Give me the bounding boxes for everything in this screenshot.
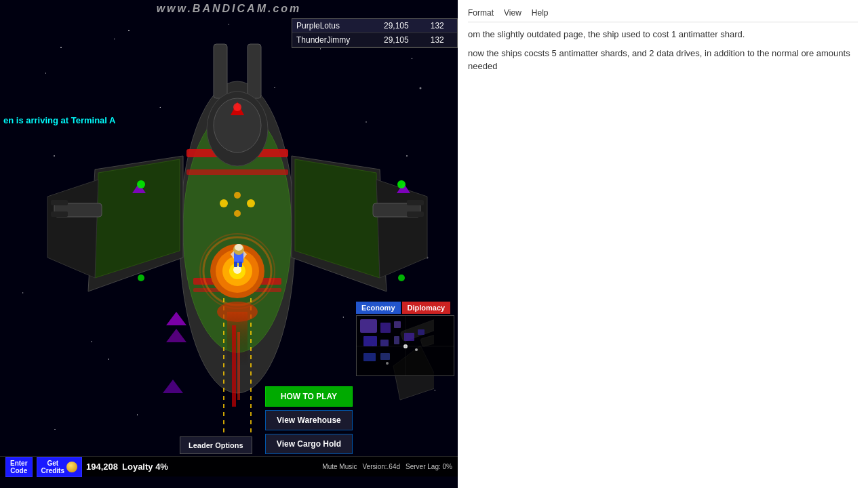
svg-marker-65 xyxy=(166,329,186,342)
svg-rect-78 xyxy=(418,329,425,335)
player-name: ThunderJimmy xyxy=(292,33,380,47)
svg-rect-24 xyxy=(51,211,68,217)
player-score: 29,105 xyxy=(380,19,427,33)
get-credits-button[interactable]: GetCredits xyxy=(37,457,82,477)
svg-rect-55 xyxy=(232,325,236,407)
bandicam-watermark: www.BANDICAM.com xyxy=(0,3,458,15)
svg-marker-67 xyxy=(163,380,183,393)
tab-content xyxy=(356,315,454,376)
format-menu[interactable]: Format xyxy=(468,7,494,19)
terminal-message: en is arriving at Terminal A xyxy=(3,115,115,125)
svg-marker-20 xyxy=(47,180,98,278)
svg-point-83 xyxy=(386,362,389,365)
svg-rect-63 xyxy=(239,262,242,267)
enter-code-button[interactable]: EnterCode xyxy=(5,457,33,477)
loyalty-display: Loyalty 4% xyxy=(122,462,168,472)
player-level: 132 xyxy=(427,33,457,47)
svg-point-30 xyxy=(137,180,145,188)
svg-rect-76 xyxy=(394,336,399,344)
how-to-play-button[interactable]: HOW TO PLAY xyxy=(265,386,353,407)
mute-music-button[interactable]: Mute Music xyxy=(322,463,357,470)
svg-rect-56 xyxy=(237,332,240,400)
svg-point-8 xyxy=(108,359,109,360)
ingame-buttons: HOW TO PLAY View Warehouse View Cargo Ho… xyxy=(265,386,353,454)
svg-rect-34 xyxy=(214,44,227,98)
player-level: 132 xyxy=(427,19,457,33)
svg-point-31 xyxy=(397,180,406,188)
game-panel: www.BANDICAM.com en is arriving at Termi… xyxy=(0,0,458,488)
spaceship-display xyxy=(41,20,434,454)
wiki-panel: Format View Help om the slightly outdate… xyxy=(458,0,868,488)
svg-point-3 xyxy=(420,87,422,89)
svg-rect-35 xyxy=(248,44,261,98)
wiki-content: Format View Help om the slightly outdate… xyxy=(458,0,868,488)
svg-point-43 xyxy=(234,210,241,217)
coin-icon xyxy=(66,462,77,472)
view-warehouse-button[interactable]: View Warehouse xyxy=(265,410,353,430)
menu-bar: Format View Help xyxy=(468,7,858,22)
svg-rect-73 xyxy=(394,321,401,328)
economy-tab[interactable]: Economy xyxy=(356,302,401,314)
svg-point-33 xyxy=(398,274,405,281)
svg-rect-75 xyxy=(380,340,389,346)
tabs-panel: Economy Diplomacy xyxy=(356,302,454,376)
svg-point-4 xyxy=(54,155,55,157)
svg-point-39 xyxy=(233,103,241,111)
svg-marker-64 xyxy=(166,312,186,325)
svg-rect-72 xyxy=(380,323,391,333)
leader-options-button[interactable]: Leader Options xyxy=(180,436,252,454)
view-menu[interactable]: View xyxy=(504,7,521,19)
svg-point-32 xyxy=(138,274,144,281)
bottom-bar: EnterCode GetCredits 194,208 Loyalty 4% … xyxy=(0,456,458,476)
svg-point-41 xyxy=(247,199,255,207)
currency-display: 194,208 xyxy=(86,462,118,472)
svg-point-82 xyxy=(415,348,418,351)
leaderboard-row: PurpleLotus 29,105 132 xyxy=(292,19,457,33)
server-lag-info: Server Lag: 0% xyxy=(406,463,452,470)
svg-rect-62 xyxy=(234,262,237,267)
player-name: PurpleLotus xyxy=(292,19,380,33)
svg-point-42 xyxy=(234,192,241,199)
svg-point-1 xyxy=(128,30,130,31)
svg-rect-13 xyxy=(186,169,288,175)
wiki-paragraph-1: om the slightly outdated page, the ship … xyxy=(468,28,858,41)
wiki-paragraph-2: now the ships cocsts 5 antimatter shards… xyxy=(468,47,858,73)
svg-rect-74 xyxy=(363,336,377,346)
player-score: 29,105 xyxy=(380,33,427,47)
svg-marker-21 xyxy=(376,180,427,278)
svg-rect-80 xyxy=(380,353,390,360)
svg-point-59 xyxy=(235,244,243,251)
view-cargo-hold-button[interactable]: View Cargo Hold xyxy=(265,434,353,454)
version-info: Version:.64d xyxy=(362,463,400,470)
svg-point-0 xyxy=(60,47,62,48)
diplomacy-tab[interactable]: Diplomacy xyxy=(402,302,451,314)
get-credits-label: GetCredits xyxy=(41,460,64,474)
svg-rect-79 xyxy=(363,353,376,361)
leader-options-container: Leader Options xyxy=(180,436,252,454)
svg-rect-26 xyxy=(407,200,424,205)
svg-rect-71 xyxy=(360,319,377,333)
svg-point-5 xyxy=(406,155,408,157)
help-menu[interactable]: Help xyxy=(532,7,549,19)
svg-rect-27 xyxy=(407,211,424,217)
status-info: Mute Music Version:.64d Server Lag: 0% xyxy=(322,463,452,470)
leaderboard-panel: PurpleLotus 29,105 132 ThunderJimmy 29,1… xyxy=(292,18,458,48)
leaderboard-row: ThunderJimmy 29,105 132 xyxy=(292,33,457,47)
svg-point-40 xyxy=(220,199,228,207)
svg-rect-23 xyxy=(51,200,68,205)
tab-row: Economy Diplomacy xyxy=(356,302,454,314)
